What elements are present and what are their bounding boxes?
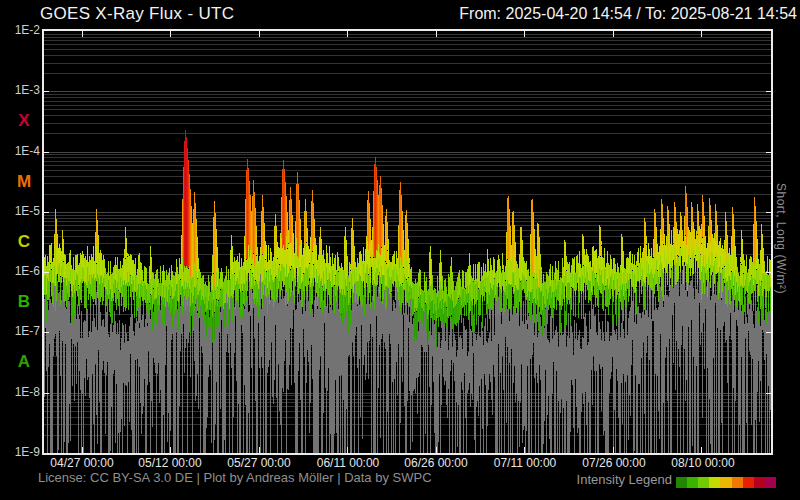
x-tick-0512: 05/12 00:00: [125, 456, 215, 470]
y-tick-1e-6: 1E-6: [0, 264, 40, 278]
legend-color-swatch: [720, 477, 731, 488]
page-title: GOES X-Ray Flux - UTC: [40, 4, 234, 24]
x-tick-0810: 08/10 00:00: [658, 456, 748, 470]
flare-class-m: M: [10, 172, 38, 192]
legend-color-swatch: [732, 477, 743, 488]
y-tick-1e-7: 1E-7: [0, 324, 40, 338]
legend-color-swatch: [765, 477, 776, 488]
x-tick-0611: 06/11 00:00: [303, 456, 393, 470]
legend-color-swatch: [709, 477, 720, 488]
x-tick-0711: 07/11 00:00: [480, 456, 570, 470]
legend-color-swatch: [743, 477, 754, 488]
flare-class-b: B: [10, 292, 38, 312]
flare-class-x: X: [10, 111, 38, 131]
right-axis-unit-label: Short, Long (W/m²): [774, 183, 788, 294]
y-tick-1e-5: 1E-5: [0, 204, 40, 218]
y-tick-1e-4: 1E-4: [0, 144, 40, 158]
x-tick-0527: 05/27 00:00: [214, 456, 304, 470]
legend-color-swatch: [698, 477, 709, 488]
x-tick-0427: 04/27 00:00: [37, 456, 127, 470]
legend-color-swatch: [687, 477, 698, 488]
legend-color-swatch: [754, 477, 765, 488]
x-tick-0626: 06/26 00:00: [391, 456, 481, 470]
y-tick-1e-8: 1E-8: [0, 385, 40, 399]
license-text: License: CC BY-SA 3.0 DE | Plot by Andre…: [38, 470, 432, 485]
time-range-label: From: 2025-04-20 14:54 / To: 2025-08-21 …: [459, 5, 797, 23]
intensity-legend-bar: [676, 477, 776, 488]
y-tick-1e-3: 1E-3: [0, 83, 40, 97]
xray-flux-canvas: [44, 31, 771, 453]
y-tick-1e-9: 1E-9: [0, 445, 40, 459]
flare-class-c: C: [10, 232, 38, 252]
legend-color-swatch: [676, 477, 687, 488]
intensity-legend-label: Intensity Legend: [500, 472, 672, 487]
flare-class-a: A: [10, 352, 38, 372]
y-tick-1e-2: 1E-2: [0, 23, 40, 37]
x-tick-0726: 07/26 00:00: [569, 456, 659, 470]
goes-xray-flux-window: GOES X-Ray Flux - UTC From: 2025-04-20 1…: [0, 0, 800, 500]
plot-area: [42, 29, 773, 455]
